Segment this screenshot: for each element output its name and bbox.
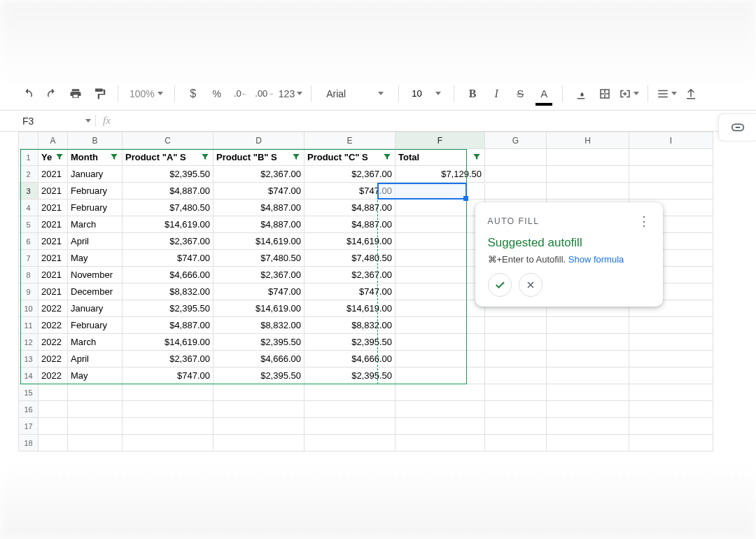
filter-icon[interactable] — [109, 152, 119, 162]
undo-button[interactable] — [18, 84, 38, 104]
cell[interactable] — [38, 384, 68, 401]
row-header[interactable]: 11 — [19, 317, 38, 334]
cell[interactable]: $4,666.00 — [304, 351, 396, 368]
cell[interactable] — [214, 435, 304, 451]
cell[interactable]: $14,619.00 — [214, 233, 304, 250]
cell[interactable] — [629, 435, 713, 451]
cell[interactable] — [396, 200, 485, 216]
text-color-button[interactable]: A — [534, 84, 554, 104]
cell[interactable]: January — [68, 300, 122, 317]
cell[interactable]: 2022 — [38, 351, 68, 368]
cell[interactable]: 2021 — [38, 233, 68, 250]
column-header-B[interactable]: B — [68, 132, 122, 149]
cell[interactable]: February — [68, 183, 122, 200]
row-header[interactable]: 15 — [19, 384, 38, 401]
cell[interactable] — [122, 435, 214, 451]
cell[interactable]: $7,480.50 — [122, 200, 214, 216]
cell[interactable]: $4,666.00 — [122, 267, 214, 284]
cell[interactable]: $4,887.00 — [214, 200, 304, 216]
cell[interactable] — [629, 166, 713, 183]
cell[interactable]: $8,832.00 — [304, 317, 396, 334]
cell[interactable] — [485, 351, 547, 368]
cell[interactable]: $4,887.00 — [122, 317, 214, 334]
cell[interactable] — [547, 435, 629, 451]
cell[interactable] — [629, 351, 713, 368]
insert-link-chip[interactable] — [718, 113, 756, 141]
italic-button[interactable]: I — [486, 84, 506, 104]
vertical-align-button[interactable] — [681, 84, 701, 104]
cell[interactable] — [485, 317, 547, 334]
show-formula-link[interactable]: Show formula — [568, 254, 624, 265]
row-header[interactable]: 8 — [19, 267, 38, 284]
column-header-C[interactable]: C — [122, 132, 214, 149]
cell[interactable]: May — [68, 368, 122, 384]
cell[interactable] — [304, 435, 396, 451]
merge-cells-button[interactable] — [619, 84, 639, 104]
column-header-H[interactable]: H — [547, 132, 629, 149]
row-header[interactable]: 1 — [19, 149, 38, 166]
cell[interactable] — [547, 401, 629, 418]
cell[interactable]: May — [68, 250, 122, 267]
cell[interactable] — [122, 418, 214, 435]
filter-icon[interactable] — [291, 152, 301, 162]
cell[interactable] — [547, 317, 629, 334]
print-button[interactable] — [66, 84, 85, 104]
column-header-G[interactable]: G — [485, 132, 547, 149]
row-header[interactable]: 4 — [19, 200, 38, 216]
more-options-icon[interactable]: ⋮ — [638, 214, 650, 229]
cell[interactable]: $14,619.00 — [304, 233, 396, 250]
cell[interactable]: $747.00 — [122, 368, 214, 384]
cell[interactable] — [122, 384, 214, 401]
cell[interactable]: $2,395.50 — [214, 334, 304, 351]
cell[interactable]: January — [68, 166, 122, 183]
row-header[interactable]: 17 — [19, 418, 38, 435]
formula-input[interactable] — [122, 111, 756, 131]
row-header[interactable]: 14 — [19, 368, 38, 384]
cell[interactable]: $2,395.50 — [304, 368, 396, 384]
cell[interactable]: $747.00 — [214, 284, 304, 300]
bold-button[interactable]: B — [463, 84, 482, 104]
cell[interactable] — [396, 317, 485, 334]
row-header[interactable]: 3 — [19, 183, 38, 200]
cell[interactable]: $747.00 — [214, 183, 304, 200]
cell[interactable]: $747.00 — [122, 250, 214, 267]
cell[interactable] — [122, 401, 214, 418]
cell[interactable] — [396, 216, 485, 233]
cell[interactable] — [68, 418, 122, 435]
cell[interactable] — [68, 401, 122, 418]
cell[interactable] — [214, 384, 304, 401]
cell[interactable] — [485, 418, 547, 435]
cell[interactable] — [485, 183, 547, 200]
font-size-dropdown[interactable] — [407, 87, 445, 100]
column-header-D[interactable]: D — [214, 132, 304, 149]
header-cell[interactable] — [485, 149, 547, 166]
cell[interactable]: February — [68, 200, 122, 216]
cell[interactable]: $2,395.50 — [214, 368, 304, 384]
strikethrough-button[interactable]: S — [510, 84, 530, 104]
row-header[interactable]: 5 — [19, 216, 38, 233]
paint-format-button[interactable] — [90, 84, 109, 104]
cell[interactable] — [629, 334, 713, 351]
filter-icon[interactable] — [382, 152, 392, 162]
cell[interactable]: 2021 — [38, 267, 68, 284]
cell[interactable] — [396, 284, 485, 300]
cell[interactable]: March — [68, 334, 122, 351]
zoom-dropdown[interactable]: 100% — [127, 88, 166, 99]
currency-button[interactable]: $ — [183, 84, 203, 104]
row-header[interactable]: 9 — [19, 284, 38, 300]
fill-color-button[interactable] — [571, 84, 591, 104]
cell[interactable]: 2021 — [38, 183, 68, 200]
cell[interactable] — [396, 384, 485, 401]
header-cell[interactable]: Product "A" S — [122, 149, 214, 166]
percent-button[interactable]: % — [207, 84, 227, 104]
row-header[interactable]: 13 — [19, 351, 38, 368]
cell[interactable]: $747.00 — [304, 183, 396, 200]
cell[interactable]: $2,367.00 — [214, 166, 304, 183]
filter-icon[interactable] — [55, 152, 64, 162]
cell[interactable]: December — [68, 284, 122, 300]
borders-button[interactable] — [595, 84, 615, 104]
font-size-input[interactable] — [412, 88, 431, 99]
cell[interactable]: $4,887.00 — [122, 183, 214, 200]
row-header[interactable]: 16 — [19, 401, 38, 418]
cell[interactable] — [38, 435, 68, 451]
